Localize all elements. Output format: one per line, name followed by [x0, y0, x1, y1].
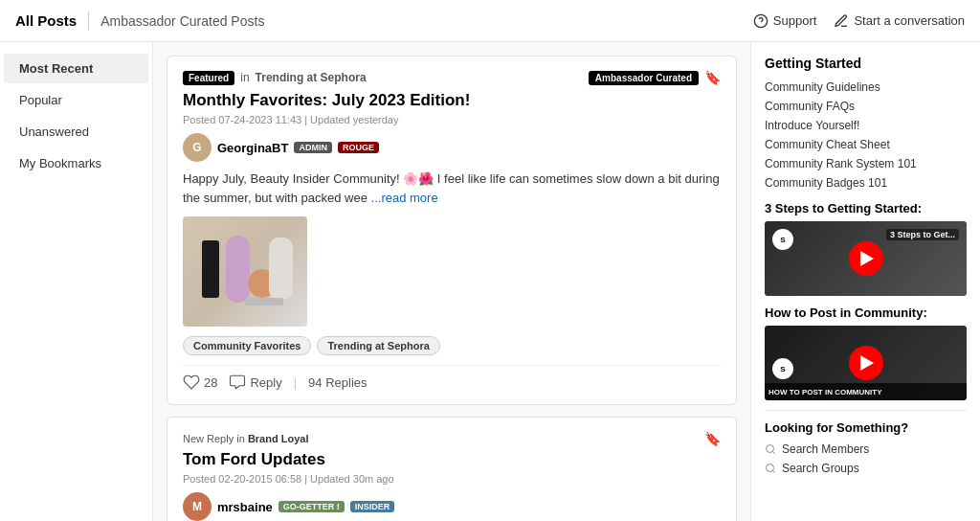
product-shape4	[269, 238, 293, 300]
badge-admin: ADMIN	[294, 142, 332, 153]
sephora-logo-v2: S	[772, 358, 793, 379]
link-community-guidelines[interactable]: Community Guidelines	[765, 80, 967, 94]
bookmark-icon-post1[interactable]: 🔖	[704, 70, 721, 85]
svg-point-3	[767, 464, 774, 472]
play-triangle-v1	[860, 251, 874, 266]
support-button[interactable]: Support	[753, 13, 817, 29]
sidebar-item-unanswered[interactable]: Unanswered	[4, 117, 148, 147]
link-introduce-yourself[interactable]: Introduce Yourself!	[765, 119, 967, 132]
avatar-georgina: G	[183, 133, 212, 162]
sidebar-item-my-bookmarks[interactable]: My Bookmarks	[4, 148, 148, 178]
header-title-sub: Ambassador Curated Posts	[100, 13, 264, 29]
product-bg	[183, 216, 307, 327]
sidebar-right: Getting Started Community Guidelines Com…	[750, 42, 980, 521]
post2-timestamp: Posted 02-20-2015 06:58 | Updated 30m ag…	[183, 473, 721, 485]
sephora-logo-v1: S	[772, 229, 793, 250]
product-shape2	[226, 236, 250, 303]
steps-title: 3 Steps to Getting Started:	[765, 201, 967, 215]
post1-image	[183, 216, 307, 327]
sidebar-item-popular[interactable]: Popular	[4, 85, 148, 115]
post2-meta-top: New Reply in Brand Loyal 🔖	[183, 431, 721, 446]
header: All Posts Ambassador Curated Posts Suppo…	[0, 0, 980, 42]
badge-insider: INSIDER	[350, 501, 395, 512]
badge-gogetter: GO-GETTER !	[278, 501, 345, 512]
post-card-2: New Reply in Brand Loyal 🔖 Tom Ford Upda…	[167, 417, 737, 521]
search-groups-label: Search Groups	[782, 462, 859, 475]
badge-ambassador: Ambassador Curated	[589, 71, 699, 85]
sidebar-divider	[765, 410, 967, 411]
replies-count[interactable]: 94 Replies	[308, 375, 367, 390]
reply-button[interactable]: Reply	[229, 374, 281, 391]
badge-rouge: ROUGE	[338, 142, 379, 153]
bookmark-icon-post2[interactable]: 🔖	[704, 431, 721, 446]
header-divider	[88, 11, 89, 31]
post2-location[interactable]: Brand Loyal	[248, 433, 309, 444]
link-community-faqs[interactable]: Community FAQs	[765, 100, 967, 113]
search-members-icon	[765, 443, 776, 455]
video2-bottom-bar: HOW TO POST IN COMMUNITY	[765, 383, 967, 400]
search-groups-item[interactable]: Search Groups	[765, 462, 967, 475]
post1-author: G GeorginaBT ADMIN ROUGE	[183, 133, 721, 162]
main-layout: Most Recent Popular Unanswered My Bookma…	[0, 42, 980, 521]
reply-icon	[229, 374, 246, 391]
play-button-v2[interactable]	[849, 346, 883, 380]
sidebar-left: Most Recent Popular Unanswered My Bookma…	[0, 42, 153, 521]
tag-community-favorites[interactable]: Community Favorites	[183, 336, 311, 355]
play-triangle-v2	[860, 355, 874, 371]
product-shape1	[202, 240, 219, 298]
video2-bottom-label: HOW TO POST IN COMMUNITY	[768, 388, 882, 396]
post1-meta-location: Trending at Sephora	[256, 71, 367, 84]
main-content: Featured in Trending at Sephora Ambassad…	[153, 42, 750, 521]
heart-icon	[183, 374, 200, 391]
sidebar-item-most-recent[interactable]: Most Recent	[4, 54, 148, 83]
read-more-link[interactable]: ...read more	[371, 191, 438, 205]
header-title-all: All Posts	[15, 12, 77, 29]
like-button[interactable]: 28	[183, 374, 217, 391]
how-to-title: How to Post in Community:	[765, 306, 967, 320]
post1-body: Happy July, Beauty Insider Community! 🌸🌺…	[183, 170, 721, 207]
svg-point-2	[767, 445, 774, 453]
video-thumb-1[interactable]: S 3 Steps to Get...	[765, 221, 967, 296]
search-members-label: Search Members	[782, 442, 869, 456]
post1-actions: 28 Reply | 94 Replies	[183, 365, 721, 391]
like-count: 28	[204, 375, 217, 390]
start-conversation-button[interactable]: Start a conversation	[834, 13, 965, 29]
avatar-mrsbaine: M	[183, 492, 212, 521]
post1-author-name[interactable]: GeorginaBT	[217, 141, 288, 155]
post1-meta-in: in	[240, 71, 249, 84]
link-community-cheat-sheet[interactable]: Community Cheat Sheet	[765, 138, 967, 151]
post2-title[interactable]: Tom Ford Updates	[183, 450, 721, 469]
post-card-1: Featured in Trending at Sephora Ambassad…	[167, 56, 737, 405]
post2-author-name[interactable]: mrsbaine	[217, 500, 273, 514]
post1-title[interactable]: Monthly Favorites: July 2023 Edition!	[183, 91, 721, 110]
video-thumb-2[interactable]: S HOW TO POST IN COMMUNITY	[765, 326, 967, 400]
looking-title: Looking for Something?	[765, 420, 967, 435]
product-shape5	[245, 298, 283, 306]
support-label: Support	[773, 13, 817, 28]
link-community-rank-system[interactable]: Community Rank System 101	[765, 157, 967, 170]
link-community-badges[interactable]: Community Badges 101	[765, 176, 967, 190]
post2-new-reply: New Reply in Brand Loyal	[183, 433, 308, 444]
post1-meta-top: Featured in Trending at Sephora Ambassad…	[183, 70, 721, 85]
search-members-item[interactable]: Search Members	[765, 442, 967, 456]
tag-trending-sephora[interactable]: Trending at Sephora	[317, 336, 439, 355]
search-groups-icon	[765, 463, 776, 474]
badge-featured: Featured	[183, 71, 234, 85]
post1-timestamp: Posted 07-24-2023 11:43 | Updated yester…	[183, 114, 721, 125]
action-divider1: |	[294, 375, 297, 390]
support-icon	[753, 13, 768, 29]
edit-icon	[834, 13, 849, 29]
getting-started-title: Getting Started	[765, 56, 967, 71]
start-conv-label: Start a conversation	[854, 13, 965, 28]
post1-tags: Community Favorites Trending at Sephora	[183, 336, 721, 355]
reply-label: Reply	[250, 375, 281, 390]
video1-label: 3 Steps to Get...	[886, 229, 959, 240]
post2-author: M mrsbaine GO-GETTER ! INSIDER	[183, 492, 721, 521]
play-button-v1[interactable]	[849, 241, 883, 276]
